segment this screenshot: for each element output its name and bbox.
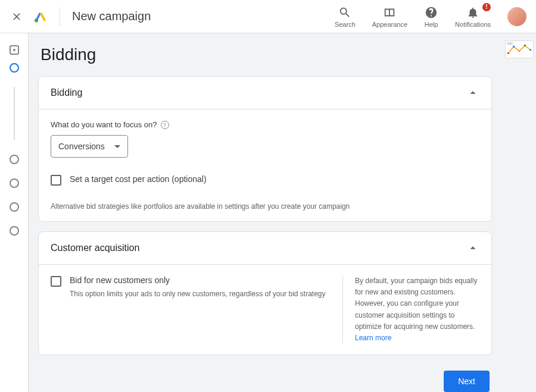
search-icon — [338, 5, 352, 20]
bidding-hint: Alternative bid strategies like portfoli… — [51, 202, 479, 211]
chevron-up-icon — [466, 86, 479, 99]
step-rail — [0, 33, 29, 392]
target-cpa-checkbox[interactable] — [51, 175, 61, 186]
help-label: Help — [425, 21, 438, 28]
step-current[interactable] — [10, 63, 19, 73]
svg-point-5 — [524, 45, 526, 46]
acquisition-card-header[interactable]: Customer acquisition — [39, 232, 491, 264]
customer-acquisition-card: Customer acquisition Bid for new custome… — [38, 231, 492, 355]
header-divider — [60, 7, 60, 26]
acquisition-card-title: Customer acquisition — [51, 243, 139, 253]
svg-rect-1 — [507, 42, 512, 45]
new-customers-checkbox[interactable] — [51, 276, 61, 287]
performance-preview-thumb[interactable] — [505, 40, 534, 58]
bidding-card-title: Bidding — [51, 87, 82, 98]
preview-rail — [501, 33, 536, 392]
appearance-action[interactable]: Appearance — [372, 5, 407, 28]
dropdown-arrow-icon — [114, 145, 120, 148]
notifications-action[interactable]: ! Notifications — [455, 5, 491, 28]
focus-question-label: What do you want to focus on? ? — [51, 120, 479, 129]
notification-badge: ! — [482, 3, 491, 11]
notifications-label: Notifications — [455, 21, 491, 28]
acquisition-side-info: By default, your campaign bids equally f… — [342, 275, 479, 344]
help-icon — [424, 5, 438, 20]
svg-point-2 — [507, 52, 509, 54]
chevron-up-icon — [466, 242, 479, 255]
target-cpa-label: Set a target cost per action (optional) — [70, 174, 207, 184]
step-4[interactable] — [10, 178, 19, 188]
page-header-title: New campaign — [72, 10, 151, 23]
bell-icon: ! — [466, 5, 480, 20]
google-ads-logo — [33, 10, 48, 24]
next-button[interactable]: Next — [444, 371, 490, 392]
step-6[interactable] — [10, 226, 19, 236]
new-customers-label: Bid for new customers only — [70, 275, 326, 285]
svg-point-0 — [35, 18, 38, 22]
close-button[interactable] — [10, 10, 24, 24]
bidding-card-header[interactable]: Bidding — [39, 77, 491, 109]
learn-more-link[interactable]: Learn more — [355, 334, 391, 342]
step-connector — [14, 87, 15, 140]
svg-point-4 — [519, 50, 521, 52]
focus-dropdown[interactable]: Conversions — [51, 135, 128, 158]
search-label: Search — [335, 21, 356, 28]
bidding-card: Bidding What do you want to focus on? ? … — [38, 76, 492, 222]
help-action[interactable]: Help — [424, 5, 438, 28]
svg-point-6 — [529, 49, 531, 51]
main-content: Bidding Bidding What do you want to focu… — [29, 33, 501, 392]
page-title: Bidding — [40, 45, 492, 64]
step-overview-icon[interactable] — [10, 45, 19, 55]
help-tooltip-icon[interactable]: ? — [161, 121, 169, 129]
top-bar: New campaign Search Appearance Help ! No… — [0, 0, 536, 33]
user-avatar[interactable] — [507, 7, 526, 26]
new-customers-sublabel: This option limits your ads to only new … — [70, 290, 326, 298]
focus-dropdown-value: Conversions — [58, 142, 105, 151]
appearance-label: Appearance — [372, 21, 407, 28]
svg-point-3 — [513, 46, 515, 48]
appearance-icon — [382, 5, 397, 20]
step-3[interactable] — [10, 155, 19, 164]
search-action[interactable]: Search — [335, 5, 356, 28]
step-5[interactable] — [10, 202, 19, 212]
